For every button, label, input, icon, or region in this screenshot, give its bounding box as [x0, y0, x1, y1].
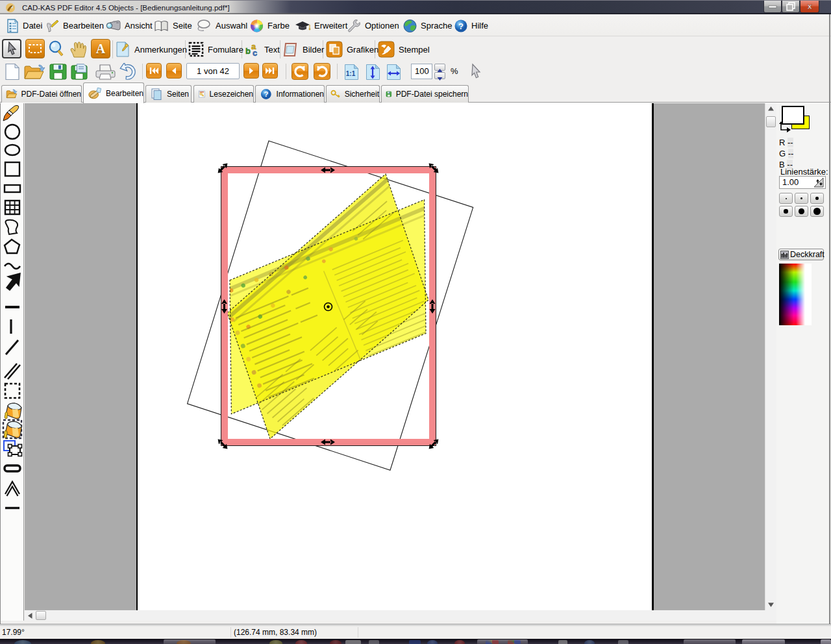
svg-text:?: ? — [264, 90, 268, 98]
svg-text:c: c — [253, 48, 257, 58]
svg-text:b: b — [245, 46, 251, 56]
svg-text:1:1: 1:1 — [346, 70, 356, 77]
svg-text:x: x — [807, 1, 812, 11]
svg-text:?: ? — [458, 21, 464, 31]
